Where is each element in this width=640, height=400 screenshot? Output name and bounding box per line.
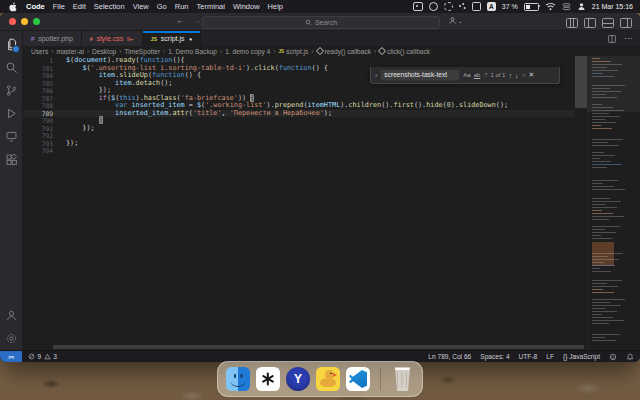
app-b-icon[interactable] — [472, 2, 481, 11]
status-language-mode[interactable]: {} JavaScript — [563, 353, 600, 360]
status-indentation[interactable]: Spaces: 4 — [480, 353, 509, 360]
breadcrumb-item[interactable]: ready() callback — [317, 48, 372, 55]
activity-explorer[interactable] — [0, 33, 22, 56]
activity-source-control[interactable] — [0, 79, 22, 102]
macos-menu-bar: CodeFileEditSelectionViewGoRunTerminalWi… — [0, 0, 640, 13]
dock-cyberduck[interactable] — [316, 367, 340, 391]
control-center-icon[interactable] — [562, 2, 571, 11]
gear-app-icon[interactable] — [444, 2, 453, 11]
menu-view[interactable]: View — [133, 2, 149, 11]
breadcrumb-item[interactable]: click() callback — [379, 48, 430, 55]
find-collapse-icon[interactable]: › — [375, 72, 377, 79]
close-window-button[interactable] — [9, 18, 16, 25]
paw-app-icon[interactable] — [459, 3, 466, 10]
toggle-primary-sidebar-icon[interactable] — [584, 18, 596, 28]
screen-capture-icon[interactable] — [413, 2, 423, 11]
split-editor-icon[interactable] — [607, 34, 617, 44]
code-line[interactable]: 792 — [23, 132, 574, 140]
breadcrumb-label: ready() callback — [325, 48, 372, 55]
status-cursor-position[interactable]: Ln 789, Col 66 — [428, 353, 471, 360]
activity-remote-explorer[interactable] — [0, 125, 22, 148]
breadcrumb-item[interactable]: TimeSpotter — [124, 48, 160, 55]
line-number: 793 — [23, 140, 66, 148]
account-menu[interactable]: ⌄ — [448, 16, 463, 25]
status-encoding[interactable]: UTF-8 — [519, 353, 538, 360]
toggle-panel-icon[interactable] — [602, 18, 614, 28]
code-line[interactable]: 794 — [23, 147, 574, 155]
code-line[interactable]: 791 }); — [23, 125, 574, 133]
minimap[interactable] — [587, 56, 640, 350]
activity-extensions[interactable] — [0, 148, 22, 171]
breadcrumb-item[interactable]: JSscript.js — [278, 48, 308, 55]
breadcrumb-item[interactable]: Desktop — [92, 48, 116, 55]
dock-chatgpt[interactable] — [256, 367, 280, 391]
code-line[interactable]: 790 } — [23, 117, 574, 125]
breadcrumb-separator-icon: › — [311, 48, 313, 55]
window-title-bar[interactable]: ← → Search ⌄ — [0, 13, 640, 31]
breadcrumb-separator-icon: › — [87, 48, 89, 55]
feedback-icon[interactable] — [609, 353, 617, 361]
find-input[interactable]: screenshots-task-text — [380, 69, 460, 81]
whole-word-toggle[interactable]: ab — [474, 72, 481, 78]
tab-script.js[interactable]: JSscript.js● — [143, 31, 202, 46]
menubar-clock[interactable]: 21 Mar 15:16 — [592, 3, 633, 10]
toggle-secondary-sidebar-icon[interactable] — [620, 18, 632, 28]
battery-icon[interactable] — [524, 3, 539, 11]
menu-run[interactable]: Run — [175, 2, 189, 11]
find-in-selection-icon[interactable]: ≡ — [521, 72, 525, 79]
breadcrumb-item[interactable]: 1. demo copy 4 — [225, 48, 270, 55]
find-previous-icon[interactable]: ↑ — [508, 72, 512, 79]
find-next-icon[interactable]: ↓ — [515, 72, 519, 79]
tab-spotter.php[interactable]: Pspotter.php — [23, 31, 82, 46]
activity-run-debug[interactable] — [0, 102, 22, 125]
match-case-toggle[interactable]: Aa — [463, 72, 470, 78]
warning-icon — [44, 353, 51, 360]
find-close-icon[interactable]: ✕ — [529, 71, 535, 79]
code-line[interactable]: 793}); — [23, 140, 574, 148]
back-icon[interactable]: ← — [176, 15, 185, 25]
breadcrumb-item[interactable]: master-al — [56, 48, 83, 55]
horizontal-scrollbar[interactable] — [53, 345, 584, 349]
code-editor[interactable]: 1$(document).ready(function(){781 $('.un… — [23, 56, 640, 350]
command-center-search[interactable]: Search — [202, 16, 440, 29]
breadcrumb-item[interactable]: 1. Demo Backup — [168, 48, 217, 55]
menu-window[interactable]: Window — [233, 2, 260, 11]
activity-accounts[interactable] — [0, 304, 22, 327]
vertical-scrollbar[interactable] — [575, 56, 587, 108]
regex-toggle[interactable]: .* — [483, 72, 487, 78]
account-icon — [448, 16, 457, 25]
code-line[interactable]: 789 inserted_item.attr('title', 'Перенес… — [23, 110, 574, 118]
remote-indicator[interactable]: >< — [0, 351, 22, 362]
zoom-window-button[interactable] — [33, 18, 40, 25]
menu-code[interactable]: Code — [26, 2, 45, 11]
menu-file[interactable]: File — [53, 2, 65, 11]
problems-summary[interactable]: 9 3 — [28, 353, 57, 360]
line-number: 788 — [23, 102, 66, 110]
wifi-icon[interactable] — [545, 2, 556, 11]
dock-trash[interactable] — [393, 367, 412, 391]
activity-search[interactable] — [0, 56, 22, 79]
tab-style.css[interactable]: #style.css9+ — [82, 31, 143, 46]
dock-finder[interactable] — [226, 367, 250, 391]
apple-menu-icon[interactable] — [9, 2, 18, 12]
editor-layout-icon[interactable] — [566, 18, 578, 28]
breadcrumb-item[interactable]: Users — [31, 48, 48, 55]
status-eol[interactable]: LF — [546, 353, 554, 360]
dock-vscode[interactable] — [346, 367, 370, 391]
assistant-app-icon[interactable] — [429, 2, 438, 11]
notifications-bell-icon[interactable] — [626, 353, 634, 361]
activity-settings[interactable] — [0, 327, 22, 350]
input-source-icon[interactable]: A — [487, 2, 496, 11]
dock-yandex-browser[interactable]: Y — [286, 367, 310, 391]
forward-icon[interactable]: → — [193, 15, 202, 25]
menu-edit[interactable]: Edit — [73, 2, 86, 11]
menu-help[interactable]: Help — [268, 2, 283, 11]
breadcrumb-label: master-al — [56, 48, 83, 55]
error-icon — [28, 353, 35, 360]
user-icon[interactable] — [577, 2, 586, 11]
menu-terminal[interactable]: Terminal — [197, 2, 225, 11]
minimize-window-button[interactable] — [21, 18, 28, 25]
menu-selection[interactable]: Selection — [94, 2, 125, 11]
more-actions-icon[interactable]: ⋯ — [624, 34, 633, 43]
menu-go[interactable]: Go — [157, 2, 167, 11]
